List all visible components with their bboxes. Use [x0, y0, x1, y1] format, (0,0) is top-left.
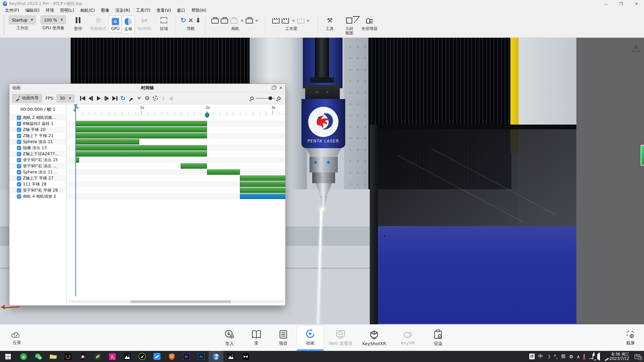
- menu-item-3[interactable]: 照明(L): [57, 8, 77, 13]
- playhead-line[interactable]: [75, 104, 76, 296]
- taskbar-app-bird[interactable]: [149, 351, 164, 362]
- tools-button[interactable]: ⚒ 工具: [322, 15, 337, 31]
- next-frame-button[interactable]: [103, 95, 110, 102]
- taskbar-app-keyshot[interactable]: [209, 351, 223, 362]
- timeline-bar[interactable]: [240, 188, 286, 193]
- track-checkbox[interactable]: ✓: [17, 158, 21, 162]
- taskbar-app-photoshop[interactable]: Ps: [194, 351, 209, 362]
- taskbar-app-start[interactable]: [0, 351, 16, 362]
- screen-record-icon[interactable]: [584, 354, 584, 359]
- ime-indicator-2[interactable]: ☽: [546, 354, 550, 359]
- menu-item-4[interactable]: 相机(C): [77, 8, 98, 13]
- playhead-marker[interactable]: [74, 104, 78, 107]
- dock-item-5-KeyShotXR[interactable]: KeyShotXR: [357, 326, 391, 350]
- track-checkbox[interactable]: ✓: [17, 170, 21, 174]
- taskbar-app-mountain7[interactable]: 7: [120, 351, 135, 362]
- dock-item-1-库[interactable]: 库: [243, 326, 270, 350]
- menu-item-2[interactable]: 环境: [43, 8, 57, 13]
- taskbar-app-leaf[interactable]: [90, 351, 105, 362]
- timeline-bar[interactable]: [76, 121, 207, 126]
- dock-item-6-KeyVR[interactable]: KeyVR: [391, 326, 425, 350]
- menu-item-5[interactable]: 图像: [98, 8, 112, 13]
- taskbar-app-mountain7b[interactable]: 7: [223, 351, 238, 362]
- close-button[interactable]: ✕: [629, 0, 644, 7]
- loop-toggle-button[interactable]: ↻: [119, 95, 127, 102]
- workspace-dropdown[interactable]: Startup ▼: [9, 15, 36, 24]
- track-checkbox[interactable]: ✓: [17, 116, 21, 120]
- timeline-bar[interactable]: [240, 182, 286, 187]
- taskbar-app-premiere[interactable]: Pr: [179, 351, 194, 362]
- prev-camera-icon[interactable]: ◀: [240, 19, 243, 22]
- motion-blur-button[interactable]: [152, 95, 159, 102]
- dock-item-7-渲染[interactable]: 渲染: [425, 326, 452, 350]
- track-row[interactable]: ✓Z轴上下 平移 21: [9, 133, 66, 139]
- float-panel-icon[interactable]: [272, 87, 275, 90]
- track-checkbox[interactable]: ✓: [17, 128, 21, 132]
- track-checkbox[interactable]: ✓: [17, 134, 21, 138]
- warning-icon[interactable]: ⚠: [632, 42, 641, 54]
- taskbar-app-blade[interactable]: [135, 351, 149, 362]
- timeline-ruler[interactable]: 0s1s2s3s: [67, 104, 285, 114]
- taskbar-app-qq[interactable]: [75, 351, 90, 362]
- add-keyframe-button-disabled[interactable]: ⚷: [160, 95, 167, 102]
- skip-to-end-button[interactable]: [111, 95, 118, 102]
- zoom-in-icon[interactable]: [277, 97, 281, 100]
- track-row[interactable]: ✓Z轴上下 平移 27: [9, 175, 66, 181]
- timeline-bar[interactable]: [207, 169, 240, 175]
- track-checkbox[interactable]: ✓: [17, 182, 21, 187]
- zoom-out-icon[interactable]: [250, 97, 254, 100]
- timeline-bar[interactable]: [76, 133, 207, 138]
- ime-indicator-5[interactable]: ⚙: [569, 354, 573, 359]
- track-row[interactable]: ✓管子90°右 淡出 15: [9, 157, 66, 163]
- taskbar-app-gshield[interactable]: G: [164, 351, 179, 362]
- taskbar-app-wanapp[interactable]: 丸: [105, 351, 120, 362]
- timeline-settings-button[interactable]: ⚙: [144, 95, 151, 102]
- track-row[interactable]: ✓Z轴上下(EA2477...: [9, 151, 66, 157]
- taskbar-app-wechat[interactable]: [31, 351, 46, 362]
- right-edge-green-slider[interactable]: [641, 145, 644, 166]
- ease-curve-button[interactable]: [128, 95, 135, 102]
- gpu-toggle[interactable]: G GPU: [109, 15, 122, 33]
- geometry-view-button[interactable]: 几何视图: [342, 15, 357, 35]
- ime-indicator-1[interactable]: 中: [538, 354, 543, 360]
- track-checkbox[interactable]: ✓: [17, 188, 21, 193]
- track-checkbox[interactable]: ✓: [17, 164, 21, 168]
- reset-camera-icon[interactable]: ↻: [180, 17, 186, 24]
- taskbar-app-capcut[interactable]: [238, 351, 253, 362]
- dolly-icon[interactable]: ⬇: [195, 17, 201, 24]
- next-camera-icon[interactable]: ▶: [256, 19, 258, 22]
- track-checkbox[interactable]: ✓: [17, 152, 21, 156]
- dock-item-4-Web-查看器[interactable]: Web 查看器: [324, 326, 357, 350]
- track-checkbox[interactable]: ✓: [17, 140, 21, 144]
- tray-expand-chevron[interactable]: ∧: [577, 354, 580, 359]
- dock-item-3-动画[interactable]: 动画: [297, 325, 324, 351]
- light-manager-button[interactable]: 光管理器: [361, 15, 378, 31]
- region-button[interactable]: 区域: [156, 15, 171, 31]
- previous-frame-button[interactable]: [87, 95, 94, 102]
- taskbar-app-browser360[interactable]: e: [16, 351, 31, 362]
- keyframe-dot[interactable]: [205, 112, 209, 118]
- record-keyframe-button-disabled[interactable]: ◉: [168, 95, 175, 102]
- studio-icon[interactable]: [272, 18, 280, 24]
- play-button[interactable]: [95, 95, 102, 102]
- track-row[interactable]: ✓隐藏 淡出 13: [9, 145, 66, 151]
- skip-to-start-button[interactable]: [79, 95, 86, 102]
- timeline-bar[interactable]: [181, 163, 207, 169]
- dock-item-cloud-library[interactable]: 云库: [3, 326, 28, 350]
- add-studio-icon[interactable]: [282, 18, 289, 24]
- timeline-bar[interactable]: [240, 194, 286, 199]
- track-row[interactable]: ✓Z轴 平移 20: [9, 127, 66, 133]
- ime-indicator-3[interactable]: °,: [554, 354, 558, 359]
- nurbs-button[interactable]: ⋈ NURBS: [137, 15, 152, 31]
- taskbar-clock[interactable]: 8:36 周三2023/7/12: [609, 352, 629, 361]
- ime-indicator-4[interactable]: 简: [561, 354, 566, 360]
- track-row[interactable]: ✓Sphere 淡出 11: [9, 139, 66, 145]
- menu-item-8[interactable]: 查看(V): [153, 8, 174, 13]
- timeline-bar[interactable]: [76, 139, 139, 144]
- track-row[interactable]: ✓管子90°右 平移 29: [9, 187, 66, 193]
- menu-item-0[interactable]: 文件(F): [2, 8, 22, 13]
- camera-list-icon[interactable]: [246, 19, 253, 24]
- menu-item-7[interactable]: 工具(T): [133, 8, 153, 13]
- prev-studio-icon[interactable]: ◀: [292, 19, 294, 22]
- track-checkbox[interactable]: ✓: [17, 176, 21, 180]
